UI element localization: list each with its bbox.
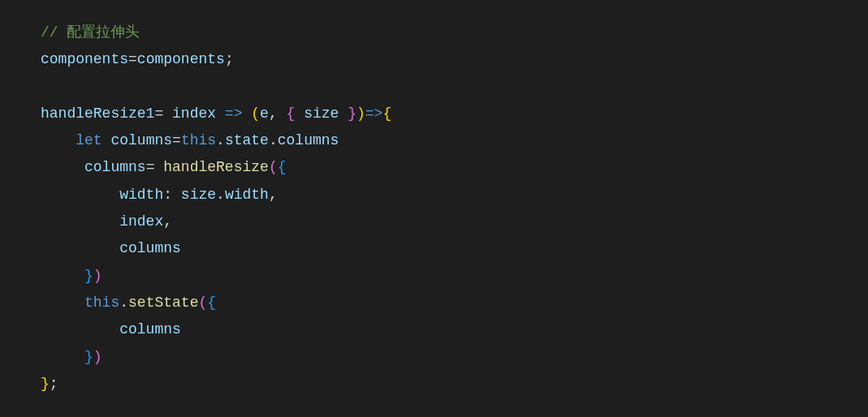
- property-key: width: [119, 187, 163, 203]
- code-line: width: size.width,: [41, 182, 868, 208]
- function-call: setState: [128, 294, 198, 311]
- brace-close: }: [84, 349, 93, 365]
- code-line: index,: [41, 208, 868, 235]
- dot: .: [216, 132, 225, 148]
- operator: =: [128, 51, 137, 67]
- function-call: handleResize: [163, 159, 269, 175]
- brace-close: }: [339, 105, 356, 122]
- comma: ,: [269, 187, 278, 203]
- comma: ,: [269, 105, 287, 122]
- property: state: [225, 132, 269, 148]
- code-line: this.setState({: [41, 290, 868, 316]
- variable: components: [137, 51, 225, 67]
- paren-open: (: [251, 105, 260, 122]
- code-line: handleResize1= index => (e, { size })=>{: [41, 101, 868, 127]
- keyword: let: [76, 132, 101, 148]
- brace-open: {: [287, 105, 304, 122]
- property: width: [225, 187, 269, 203]
- code-line: }): [41, 344, 868, 371]
- paren-open: (: [198, 294, 207, 311]
- arrow: =>: [216, 105, 251, 122]
- code-line: let columns=this.state.columns: [41, 127, 868, 154]
- variable: size: [181, 187, 216, 203]
- dot: .: [269, 132, 278, 148]
- parameter: e: [260, 105, 269, 122]
- paren-close: ): [93, 349, 102, 365]
- code-line: columns: [41, 235, 868, 262]
- brace-open: {: [382, 105, 391, 122]
- colon: :: [163, 187, 181, 203]
- property: columns: [278, 132, 339, 148]
- code-line: columns: [41, 316, 868, 343]
- code-editor[interactable]: // 配置拉伸头 components=components; handleRe…: [0, 19, 868, 398]
- keyword-this: this: [84, 294, 119, 311]
- code-line: }): [41, 263, 868, 290]
- code-line: // 配置拉伸头: [41, 19, 868, 46]
- operator: =: [146, 159, 164, 175]
- property-key: columns: [119, 240, 181, 256]
- operator: =: [172, 132, 181, 148]
- code-line: components=components;: [41, 46, 868, 73]
- brace-close: }: [41, 376, 50, 392]
- dot: .: [119, 294, 128, 311]
- paren-open: (: [269, 159, 278, 175]
- semicolon: ;: [225, 51, 234, 67]
- space: [102, 132, 111, 148]
- semicolon: ;: [50, 376, 58, 392]
- variable: columns: [84, 159, 146, 175]
- arrow: =>: [365, 105, 383, 122]
- property-key: columns: [119, 321, 181, 337]
- paren-close: ): [93, 268, 102, 284]
- comma: ,: [163, 213, 172, 230]
- dot: .: [216, 187, 225, 203]
- keyword-this: this: [181, 132, 216, 148]
- function-name: handleResize1: [41, 105, 154, 122]
- blank-line: [41, 74, 868, 101]
- parameter: index: [172, 105, 216, 122]
- operator: =: [154, 105, 172, 122]
- brace-open: {: [207, 294, 216, 311]
- code-line: };: [41, 371, 868, 398]
- brace-close: }: [84, 268, 93, 284]
- variable: columns: [110, 132, 172, 148]
- paren-close: ): [356, 105, 365, 122]
- variable: components: [41, 51, 128, 67]
- property-key: index: [119, 213, 163, 230]
- comment-text: // 配置拉伸头: [41, 24, 140, 41]
- parameter: size: [304, 105, 339, 122]
- brace-open: {: [278, 159, 287, 175]
- code-line: columns= handleResize({: [41, 154, 868, 181]
